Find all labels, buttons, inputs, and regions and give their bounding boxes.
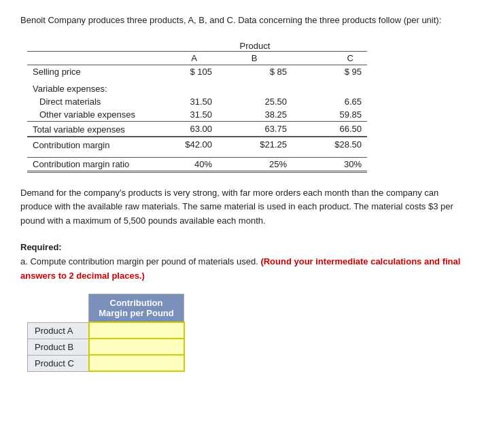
- direct-materials-b: 25.50: [218, 95, 292, 108]
- required-text-a-span: a. Compute contribution margin per pound…: [20, 256, 258, 266]
- product-table-label-blank: [27, 51, 143, 65]
- col-a-header: A: [143, 51, 218, 65]
- product-header-col: Product: [143, 39, 367, 52]
- cm-table-row: Product A: [28, 322, 184, 339]
- direct-materials-a: 31.50: [143, 95, 218, 108]
- selling-price-a: $ 105: [143, 65, 218, 78]
- cm-ratio-label: Contribution margin ratio: [27, 157, 143, 171]
- cm-table-header: Contribution Margin per Pound: [89, 294, 184, 323]
- direct-materials-c: 6.65: [292, 95, 367, 108]
- cm-row-input-2[interactable]: [89, 355, 184, 371]
- other-variable-b: 38.25: [218, 108, 292, 122]
- demand-text: Demand for the company's products is ver…: [20, 186, 464, 228]
- variable-expenses-header: Variable expenses:: [27, 78, 143, 95]
- contribution-margin-c: $28.50: [292, 137, 367, 152]
- required-text-a: a. Compute contribution margin per pound…: [20, 255, 464, 283]
- contribution-margin-a: $42.00: [143, 137, 218, 152]
- selling-price-c: $ 95: [292, 65, 367, 78]
- cm-ratio-b: 25%: [218, 157, 292, 171]
- col-c-header: C: [292, 51, 367, 65]
- cm-ratio-c: 30%: [292, 157, 367, 171]
- total-variable-label: Total variable expenses: [27, 121, 143, 137]
- contribution-margin-b: $21.25: [218, 137, 292, 152]
- product-table: Product A B C Selling price $ 105 $ 85 $…: [27, 39, 367, 173]
- col-b-header: B: [218, 51, 292, 65]
- total-variable-b: 63.75: [218, 121, 292, 137]
- cm-row-input-1[interactable]: [89, 339, 184, 355]
- cm-row-label-2: Product C: [28, 355, 89, 371]
- contribution-margin-label: Contribution margin: [27, 137, 143, 152]
- selling-price-b: $ 85: [218, 65, 292, 78]
- cm-table-row: Product B: [28, 339, 184, 355]
- cm-row-label-0: Product A: [28, 322, 89, 339]
- product-table-blank: [27, 39, 143, 52]
- required-section: Required: a. Compute contribution margin…: [20, 242, 464, 283]
- other-variable-c: 59.85: [292, 108, 367, 122]
- cm-table-row: Product C: [28, 355, 184, 371]
- intro-text: Benoit Company produces three products, …: [20, 14, 464, 27]
- cm-row-label-1: Product B: [28, 339, 89, 355]
- selling-price-label: Selling price: [27, 65, 143, 78]
- other-variable-label: Other variable expenses: [27, 108, 143, 122]
- total-variable-c: 66.50: [292, 121, 367, 137]
- other-variable-a: 31.50: [143, 108, 218, 122]
- required-label: Required:: [20, 242, 464, 252]
- direct-materials-label: Direct materials: [27, 95, 143, 108]
- cm-table: Contribution Margin per Pound Product AP…: [27, 294, 185, 372]
- cm-row-input-0[interactable]: [89, 322, 184, 339]
- cm-ratio-a: 40%: [143, 157, 218, 171]
- total-variable-a: 63.00: [143, 121, 218, 137]
